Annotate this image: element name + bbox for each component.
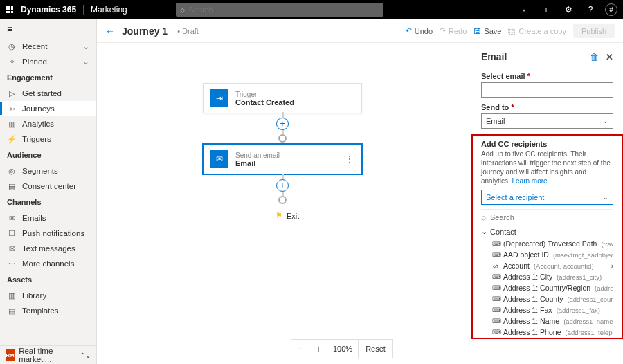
node-title: Email bbox=[235, 159, 280, 167]
item-name: Address 1: Phone bbox=[503, 328, 561, 336]
search-icon: ⌕ bbox=[180, 5, 185, 15]
select-email-dropdown[interactable]: --- bbox=[481, 82, 613, 98]
add-step-button[interactable]: + bbox=[276, 118, 289, 130]
picker-item[interactable]: ⌨AAD object ID (msevtmgt_aadobjectid) bbox=[481, 249, 613, 260]
picker-item[interactable]: ⌨Address 1: City (address1_city) bbox=[481, 271, 613, 282]
cmd-label: Create a copy bbox=[518, 27, 566, 35]
add-step-button[interactable]: + bbox=[276, 179, 289, 192]
publish-button[interactable]: Publish bbox=[573, 24, 615, 38]
chevron-down-icon: ⌄ bbox=[82, 42, 89, 51]
area-badge: RM bbox=[6, 349, 15, 361]
zoom-out-button[interactable]: − bbox=[291, 343, 309, 354]
nav-area-switcher[interactable]: RM Real-time marketi... ⌃⌄ bbox=[0, 346, 96, 364]
connector-line bbox=[282, 112, 284, 118]
field-icon: ⌨ bbox=[492, 284, 499, 291]
picker-search-input[interactable] bbox=[490, 213, 613, 221]
field-icon: ⌨ bbox=[492, 240, 499, 247]
back-button[interactable]: ← bbox=[105, 26, 115, 37]
email-node[interactable]: ✉ Send an email Email ⋮ bbox=[203, 144, 362, 174]
item-logical-name: (msevtmgt_aadobjectid) bbox=[553, 251, 613, 259]
nav-triggers[interactable]: ⚡Triggers bbox=[0, 131, 96, 147]
properties-panel: Email 🗑 ✕ Select email * --- Send to * E… bbox=[471, 43, 623, 364]
trigger-node[interactable]: ⇥ Trigger Contact Created bbox=[203, 83, 362, 113]
plus-icon[interactable]: ＋ bbox=[539, 4, 554, 16]
help-icon[interactable]: ? bbox=[583, 5, 598, 15]
flag-icon: ⚑ bbox=[276, 211, 282, 220]
delete-icon[interactable]: 🗑 bbox=[590, 52, 599, 62]
dropdown-value: Email bbox=[486, 117, 505, 125]
nav-library[interactable]: ▥Library bbox=[0, 288, 96, 303]
trigger-tile-icon: ⇥ bbox=[210, 89, 228, 107]
sms-icon: ✉ bbox=[7, 244, 17, 253]
search-icon: ⌕ bbox=[481, 212, 486, 222]
chevron-down-icon: ⌄ bbox=[603, 118, 608, 125]
more-icon: ⋯ bbox=[7, 260, 17, 269]
picker-item[interactable]: ⌨(Deprecated) Traversed Path (traversedp… bbox=[481, 238, 613, 249]
field-icon: ⌨ bbox=[492, 329, 499, 336]
status-badge: • Draft bbox=[177, 27, 199, 35]
left-nav: ≡ ◷Recent⌄ ✧Pinned⌄ Engagement ▷Get star… bbox=[0, 19, 97, 364]
nav-analytics[interactable]: ▥Analytics bbox=[0, 116, 96, 131]
recipient-picker: ⌕ ⌄Contact ⌨(Deprecated) Traversed Path … bbox=[481, 209, 613, 338]
redo-button[interactable]: ↷Redo bbox=[440, 26, 467, 35]
nav-pinned[interactable]: ✧Pinned⌄ bbox=[0, 54, 96, 69]
send-to-dropdown[interactable]: Email⌄ bbox=[481, 113, 613, 129]
page-title: Journey 1 bbox=[122, 26, 168, 37]
picker-item[interactable]: ⌨Address 1: Country/Region (address1_cou… bbox=[481, 282, 613, 293]
nav-recent[interactable]: ◷Recent⌄ bbox=[0, 39, 96, 54]
node-label: Send an email bbox=[235, 152, 280, 159]
picker-item[interactable]: ⌨Address 1: County (address1_county) bbox=[481, 293, 613, 304]
cc-recipient-dropdown[interactable]: Select a recipient⌄ bbox=[481, 190, 613, 205]
nav-text[interactable]: ✉Text messages bbox=[0, 241, 96, 256]
nav-consent[interactable]: ▤Consent center bbox=[0, 179, 96, 194]
cmd-label: Save bbox=[484, 27, 501, 35]
node-more-icon[interactable]: ⋮ bbox=[345, 154, 354, 165]
zoom-reset-button[interactable]: Reset bbox=[358, 340, 392, 358]
push-icon: ☐ bbox=[7, 229, 17, 238]
save-button[interactable]: 🖫Save bbox=[473, 27, 501, 35]
nav-hamburger-icon[interactable]: ≡ bbox=[0, 19, 96, 39]
picker-group-contact[interactable]: ⌄Contact bbox=[481, 225, 613, 238]
nav-footer: RM Real-time marketi... ⌃⌄ bbox=[0, 345, 96, 364]
journey-canvas[interactable]: ⇥ Trigger Contact Created + ✉ Send an em… bbox=[97, 43, 623, 364]
area-label: Real-time marketi... bbox=[19, 347, 75, 363]
exit-node: ⚑ Exit bbox=[276, 211, 299, 220]
nav-journeys[interactable]: ➳Journeys bbox=[0, 101, 96, 116]
picker-item[interactable]: ⌨Address 1: Fax (address1_fax) bbox=[481, 304, 613, 316]
search-input[interactable] bbox=[189, 6, 379, 14]
nav-get-started[interactable]: ▷Get started bbox=[0, 86, 96, 101]
nav-templates[interactable]: ▤Templates bbox=[0, 303, 96, 318]
global-search[interactable]: ⌕ bbox=[176, 3, 383, 17]
cc-description: Add up to five CC recipients. Their inte… bbox=[481, 149, 613, 185]
zoom-in-button[interactable]: + bbox=[309, 343, 327, 354]
dropdown-value: --- bbox=[486, 86, 494, 94]
nav-label: Text messages bbox=[22, 244, 75, 253]
close-icon[interactable]: ✕ bbox=[606, 52, 613, 62]
create-copy-button[interactable]: ⿻Create a copy bbox=[508, 27, 566, 35]
lightbulb-icon[interactable]: ♀ bbox=[516, 5, 532, 15]
app-launcher-icon[interactable] bbox=[6, 6, 14, 14]
item-name: Address 1: Country/Region bbox=[503, 284, 590, 292]
item-logical-name: (traversedpa... bbox=[601, 240, 613, 248]
undo-button[interactable]: ↶Undo bbox=[406, 26, 433, 35]
learn-more-link[interactable]: Learn more bbox=[512, 177, 547, 185]
panel-title: Email bbox=[481, 51, 507, 62]
nav-segments[interactable]: ◎Segments bbox=[0, 163, 96, 179]
picker-item[interactable]: ᔕAccount (Account, accountid)› bbox=[481, 260, 613, 271]
nav-push[interactable]: ☐Push notifications bbox=[0, 226, 96, 241]
picker-item[interactable]: ⌨Address 1: Phone (address1_telephone1) bbox=[481, 327, 613, 338]
picker-item[interactable]: ⌨Address 1: Name (address1_name) bbox=[481, 316, 613, 327]
nav-label: Emails bbox=[22, 214, 46, 222]
nav-recent-label: Recent bbox=[22, 42, 47, 51]
nav-group-channels: Channels bbox=[0, 194, 96, 210]
item-logical-name: (address1_name) bbox=[563, 318, 613, 325]
email-icon: ✉ bbox=[7, 214, 17, 223]
gear-icon[interactable]: ⚙ bbox=[561, 5, 576, 15]
nav-emails[interactable]: ✉Emails bbox=[0, 210, 96, 226]
item-logical-name: (Account, accountid) bbox=[534, 262, 594, 270]
group-label: Contact bbox=[490, 228, 516, 236]
avatar[interactable]: # bbox=[605, 3, 617, 16]
nav-more-channels[interactable]: ⋯More channels bbox=[0, 256, 96, 271]
zoom-value: 100% bbox=[327, 345, 358, 353]
picker-search[interactable]: ⌕ bbox=[481, 210, 613, 225]
